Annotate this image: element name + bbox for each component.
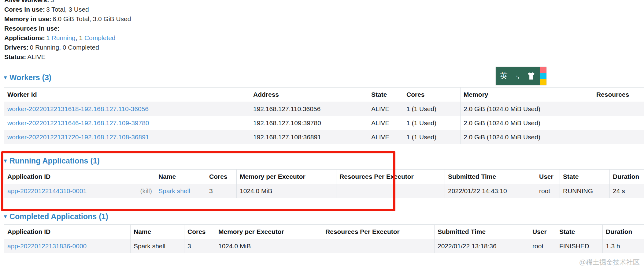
completed-applications-table: Application ID Name Cores Memory per Exe… xyxy=(4,224,644,253)
app-name-cell: Spark shell xyxy=(155,184,206,198)
worker-cores-cell: 1 (1 Used) xyxy=(403,116,461,130)
app-id-cell: app-20220122144310-0001 (kill) xyxy=(4,184,155,198)
summary-value-mid: , 1 xyxy=(76,34,84,41)
col-state: State xyxy=(560,170,610,184)
kill-link[interactable]: (kill) xyxy=(140,187,152,195)
col-state: State xyxy=(556,225,603,239)
summary-alive-workers: Alive Workers:3 xyxy=(4,0,131,5)
worker-cores-cell: 1 (1 Used) xyxy=(403,130,461,144)
badge-yellow-square xyxy=(540,79,546,85)
worker-link[interactable]: worker-20220122131646-192.168.127.109-39… xyxy=(7,119,149,126)
translator-extension-badge[interactable]: 英 ·, xyxy=(496,67,546,85)
app-state-cell: RUNNING xyxy=(560,184,610,198)
worker-id-cell: worker-20220122131720-192.168.127.108-36… xyxy=(4,130,250,144)
app-state-cell: FINISHED xyxy=(556,239,603,253)
summary-label: Status: xyxy=(4,53,26,60)
col-application-id: Application ID xyxy=(4,225,131,239)
workers-heading-label: Workers (3) xyxy=(9,73,51,82)
app-user-cell: root xyxy=(536,184,560,198)
running-applications-table: Application ID Name Cores Memory per Exe… xyxy=(4,169,644,198)
app-resources-cell xyxy=(322,239,435,253)
running-applications-section-heading[interactable]: ▾Running Applications (1) xyxy=(4,157,100,165)
app-submitted-cell: 2022/01/22 13:18:36 xyxy=(435,239,529,253)
watermark-text: @稀土掘金技术社区 xyxy=(579,258,640,267)
worker-resources-cell xyxy=(593,102,644,116)
worker-memory-cell: 2.0 GiB (1024.0 MiB Used) xyxy=(461,130,593,144)
worker-state-cell: ALIVE xyxy=(368,130,403,144)
col-resources: Resources xyxy=(593,88,644,102)
worker-row: worker-20220122131646-192.168.127.109-39… xyxy=(4,116,644,130)
worker-link[interactable]: worker-20220122131720-192.168.127.108-36… xyxy=(7,133,149,141)
running-app-link[interactable]: app-20220122144310-0001 xyxy=(7,187,87,195)
app-memory-cell: 1024.0 MiB xyxy=(237,184,336,198)
col-state: State xyxy=(368,88,403,102)
badge-cyan-square xyxy=(540,73,546,79)
app-name-cell: Spark shell xyxy=(131,239,184,253)
col-duration: Duration xyxy=(610,170,644,184)
col-resources-per-executor: Resources Per Executor xyxy=(336,170,445,184)
running-app-row: app-20220122144310-0001 (kill) Spark she… xyxy=(4,184,644,198)
col-name: Name xyxy=(155,170,206,184)
col-submitted-time: Submitted Time xyxy=(445,170,536,184)
summary-value-prefix: 1 xyxy=(46,34,52,41)
worker-row: worker-20220122131618-192.168.127.110-36… xyxy=(4,102,644,116)
col-duration: Duration xyxy=(603,225,644,239)
tshirt-icon xyxy=(527,72,535,80)
summary-value: ALIVE xyxy=(27,53,46,60)
summary-value: 0 Running, 0 Completed xyxy=(30,44,99,51)
worker-resources-cell xyxy=(593,116,644,130)
col-worker-id: Worker Id xyxy=(4,88,250,102)
summary-cores: Cores in use:3 Total, 3 Used xyxy=(4,5,131,14)
punctuation-glyph: ·, xyxy=(516,72,519,80)
app-memory-cell: 1024.0 MiB xyxy=(215,239,322,253)
col-memory-per-executor: Memory per Executor xyxy=(215,225,322,239)
worker-id-cell: worker-20220122131646-192.168.127.109-39… xyxy=(4,116,250,130)
completed-app-row: app-20220122131836-0000 Spark shell 3 10… xyxy=(4,239,644,253)
collapse-arrow-icon: ▾ xyxy=(4,158,7,164)
summary-applications: Applications:1 Running, 1 Completed xyxy=(4,33,131,43)
running-heading-label: Running Applications (1) xyxy=(9,156,100,165)
col-name: Name xyxy=(131,225,184,239)
col-application-id: Application ID xyxy=(4,170,155,184)
cluster-summary: Alive Workers:3 Cores in use:3 Total, 3 … xyxy=(4,0,131,62)
app-resources-cell xyxy=(336,184,445,198)
summary-label: Alive Workers: xyxy=(4,0,49,3)
summary-label: Applications: xyxy=(4,34,45,41)
col-cores: Cores xyxy=(206,170,237,184)
workers-section-heading[interactable]: ▾Workers (3) xyxy=(4,73,51,82)
completed-applications-section-heading[interactable]: ▾Completed Applications (1) xyxy=(4,212,108,221)
running-header-row: Application ID Name Cores Memory per Exe… xyxy=(4,170,644,184)
col-cores: Cores xyxy=(184,225,215,239)
running-applications-link[interactable]: Running xyxy=(52,34,76,41)
col-memory-per-executor: Memory per Executor xyxy=(237,170,336,184)
collapse-arrow-icon: ▾ xyxy=(4,213,7,219)
col-submitted-time: Submitted Time xyxy=(435,225,529,239)
app-name-link[interactable]: Spark shell xyxy=(158,187,190,194)
worker-state-cell: ALIVE xyxy=(368,102,403,116)
col-user: User xyxy=(536,170,560,184)
completed-app-link[interactable]: app-20220122131836-0000 xyxy=(7,242,87,249)
app-duration-cell: 1.3 h xyxy=(603,239,644,253)
app-user-cell: root xyxy=(529,239,556,253)
app-duration-cell: 24 s xyxy=(610,184,644,198)
app-submitted-cell: 2022/01/22 14:43:10 xyxy=(445,184,536,198)
summary-resources: Resources in use: xyxy=(4,24,131,33)
worker-memory-cell: 2.0 GiB (1024.0 MiB Used) xyxy=(461,102,593,116)
summary-memory: Memory in use:6.0 GiB Total, 3.0 GiB Use… xyxy=(4,14,131,24)
worker-row: worker-20220122131720-192.168.127.108-36… xyxy=(4,130,644,144)
completed-applications-link[interactable]: Completed xyxy=(84,34,116,41)
translator-badge-body[interactable]: 英 ·, xyxy=(496,67,540,85)
summary-value: 3 Total, 3 Used xyxy=(46,6,89,13)
worker-link[interactable]: worker-20220122131618-192.168.127.110-36… xyxy=(7,105,149,112)
completed-header-row: Application ID Name Cores Memory per Exe… xyxy=(4,225,644,239)
app-cores-cell: 3 xyxy=(184,239,215,253)
worker-address-cell: 192.168.127.108:36891 xyxy=(250,130,368,144)
summary-label: Cores in use: xyxy=(4,6,45,13)
summary-label: Memory in use: xyxy=(4,15,51,22)
col-address: Address xyxy=(250,88,368,102)
summary-label: Resources in use: xyxy=(4,25,60,32)
col-user: User xyxy=(529,225,556,239)
worker-address-cell: 192.168.127.109:39780 xyxy=(250,116,368,130)
summary-drivers: Drivers:0 Running, 0 Completed xyxy=(4,43,131,52)
app-cores-cell: 3 xyxy=(206,184,237,198)
